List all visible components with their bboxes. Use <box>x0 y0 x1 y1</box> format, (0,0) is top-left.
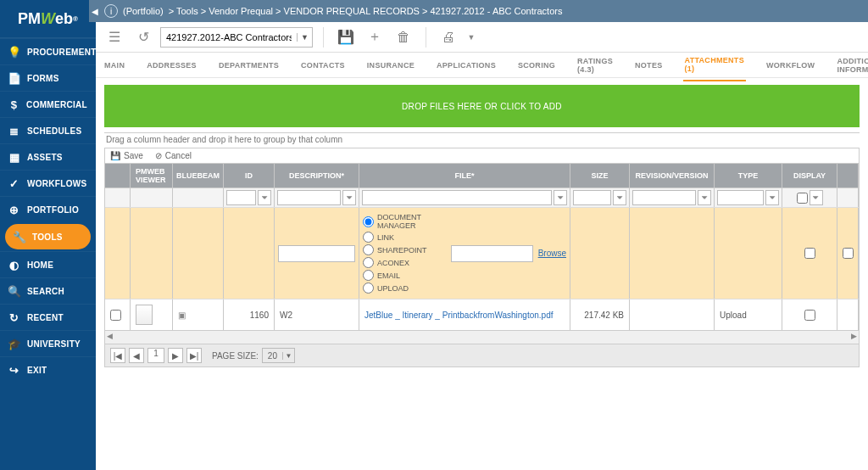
sidebar-item-workflows[interactable]: ✓WORKFLOWS <box>0 170 96 196</box>
history-button[interactable]: ↺ <box>131 25 155 49</box>
tab-workflow[interactable]: WORKFLOW <box>765 54 816 76</box>
page-size-select[interactable]: 20▼ <box>262 348 295 363</box>
page-prev[interactable]: ◀ <box>129 348 144 363</box>
sidebar-collapse[interactable]: ◀ <box>89 0 101 22</box>
crumb-root[interactable]: (Portfolio) <box>123 6 164 16</box>
tab-contacts[interactable]: CONTACTS <box>299 54 347 76</box>
browse-link[interactable]: Browse <box>538 249 566 258</box>
print-dropdown[interactable]: ▼ <box>465 25 477 49</box>
page-first[interactable]: |◀ <box>110 348 125 363</box>
sidebar-item-procurement[interactable]: 💡PROCUREMENT <box>0 38 96 64</box>
tab-ratings-4-3-[interactable]: RATINGS (4.3) <box>576 50 615 81</box>
save-button[interactable]: 💾 <box>334 25 358 49</box>
crumb-part[interactable]: Vendor Prequal <box>209 6 273 16</box>
tab-addresses[interactable]: ADDRESSES <box>145 54 198 76</box>
delete-button[interactable]: 🗑 <box>392 25 415 49</box>
file-source-email[interactable]: EMAIL <box>363 270 439 281</box>
filter-icon[interactable]: ⏷ <box>698 190 711 205</box>
sidebar-item-forms[interactable]: 📄FORMS <box>0 64 96 91</box>
filter-icon[interactable]: ⏷ <box>613 190 626 205</box>
tab-insurance[interactable]: INSURANCE <box>365 54 416 76</box>
filter-icon[interactable]: ⏷ <box>258 190 271 205</box>
page-last[interactable]: ▶| <box>186 348 202 363</box>
page-number[interactable]: 1 <box>147 348 164 363</box>
nav-icon: 🔍 <box>8 285 20 297</box>
filter-icon[interactable]: ⏷ <box>765 190 779 205</box>
page-next[interactable]: ▶ <box>168 348 183 363</box>
edit-select[interactable] <box>843 248 854 259</box>
tab-notes[interactable]: NOTES <box>633 54 665 76</box>
filter-file[interactable] <box>362 190 552 205</box>
grid-save[interactable]: 💾 Save <box>110 151 143 160</box>
tab-additional-information[interactable]: ADDITIONAL INFORMATION <box>835 50 868 81</box>
file-source-sharepoint[interactable]: SHAREPOINT <box>363 244 439 255</box>
tab-departments[interactable]: DEPARTMENTS <box>217 54 281 76</box>
edit-display[interactable] <box>804 248 815 259</box>
group-hint[interactable]: Drag a column header and drop it here to… <box>104 132 860 148</box>
filter-type[interactable] <box>717 190 764 205</box>
col-size[interactable]: SIZE <box>570 164 630 187</box>
filter-display[interactable] <box>797 193 808 204</box>
sidebar-item-assets[interactable]: ▦ASSETS <box>0 143 96 170</box>
col-display[interactable]: DISPLAY <box>782 164 837 187</box>
sidebar-item-home[interactable]: ◐HOME <box>0 251 96 277</box>
col-type[interactable]: TYPE <box>715 164 782 187</box>
edit-file-path[interactable] <box>451 245 533 262</box>
edit-description[interactable] <box>278 245 355 262</box>
crumb-part[interactable]: Tools <box>176 6 198 16</box>
file-source-aconex[interactable]: ACONEX <box>363 257 439 268</box>
col-bluebeam[interactable]: BLUEBEAM <box>173 164 224 187</box>
record-dropdown-icon[interactable]: ▼ <box>297 33 312 42</box>
filter-size[interactable] <box>573 190 611 205</box>
filter-icon[interactable]: ⏷ <box>810 190 823 205</box>
file-source-upload[interactable]: UPLOAD <box>363 283 439 294</box>
print-button[interactable]: 🖨 <box>437 25 460 49</box>
tab-attachments-1-[interactable]: ATTACHMENTS (1) <box>683 49 746 81</box>
nav-icon: ⊕ <box>8 204 20 215</box>
sidebar-item-recent[interactable]: ↻RECENT <box>0 304 96 330</box>
row-file-link[interactable]: JetBlue _ Itinerary _ PrintbackfromWashi… <box>359 299 570 330</box>
file-source-document-manager[interactable]: DOCUMENT MANAGER <box>363 213 439 230</box>
tab-scoring[interactable]: SCORING <box>516 54 557 76</box>
filter-icon[interactable]: ⏷ <box>554 190 567 205</box>
crumb-part[interactable]: VENDOR PREQUAL RECORDS <box>284 6 420 16</box>
info-icon[interactable]: i <box>104 4 118 18</box>
list-view-button[interactable]: ☰ <box>103 25 126 49</box>
grid-cancel[interactable]: ⊘ Cancel <box>155 151 192 160</box>
filter-icon[interactable]: ⏷ <box>342 190 356 205</box>
sidebar-item-exit[interactable]: ↪EXIT <box>0 356 96 383</box>
nav-icon: ↻ <box>8 311 20 323</box>
nav-icon: ▦ <box>8 151 20 163</box>
add-button[interactable]: ＋ <box>363 25 387 49</box>
col-revision[interactable]: REVISION/VERSION <box>630 164 715 187</box>
sidebar-item-university[interactable]: 🎓UNIVERSITY <box>0 330 96 356</box>
tab-main[interactable]: MAIN <box>103 54 126 76</box>
filter-desc[interactable] <box>277 190 341 205</box>
sidebar-item-tools[interactable]: 🔧TOOLS <box>5 224 91 249</box>
filter-rev[interactable] <box>632 190 696 205</box>
file-source-link[interactable]: LINK <box>363 232 439 243</box>
col-id[interactable]: ID <box>224 164 275 187</box>
row-select[interactable] <box>110 310 121 321</box>
record-selector[interactable]: ▼ <box>160 27 313 48</box>
sidebar-item-commercial[interactable]: $COMMERCIAL <box>0 91 96 117</box>
horizontal-scrollbar[interactable] <box>104 331 860 344</box>
record-input[interactable] <box>161 32 297 42</box>
filter-id[interactable] <box>226 190 256 205</box>
table-row[interactable]: ▣ 1160 W2 JetBlue _ Itinerary _ Printbac… <box>105 299 859 330</box>
sidebar-item-schedules[interactable]: ≣SCHEDULES <box>0 117 96 143</box>
bluebeam-icon[interactable]: ▣ <box>178 311 186 320</box>
row-display[interactable] <box>804 310 815 321</box>
dropzone[interactable]: DROP FILES HERE OR CLICK TO ADD <box>104 85 860 127</box>
tab-applications[interactable]: APPLICATIONS <box>435 54 498 76</box>
nav-icon: 🔧 <box>14 231 25 243</box>
crumb-part[interactable]: 421927.2012 - ABC Contractors <box>430 6 562 16</box>
nav-icon: 📄 <box>8 72 20 84</box>
col-file[interactable]: FILE* <box>359 164 570 187</box>
sidebar-item-search[interactable]: 🔍SEARCH <box>0 277 96 304</box>
pmweb-viewer-thumb[interactable] <box>136 305 153 325</box>
col-pmweb-viewer[interactable]: PMWEB VIEWER <box>131 164 173 187</box>
pager: |◀ ◀ 1 ▶ ▶| PAGE SIZE: 20▼ <box>104 344 860 367</box>
col-description[interactable]: DESCRIPTION* <box>275 164 359 187</box>
sidebar-item-portfolio[interactable]: ⊕PORTFOLIO <box>0 196 96 222</box>
